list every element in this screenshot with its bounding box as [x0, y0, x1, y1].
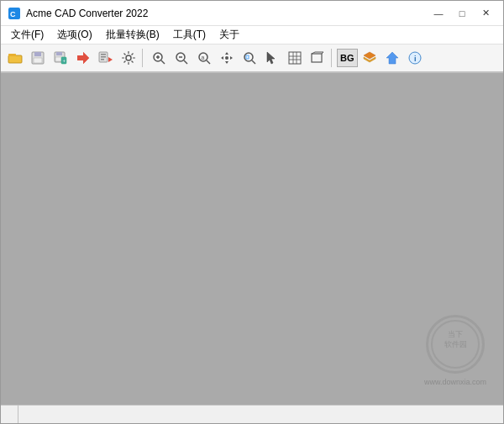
svg-line-29: [207, 60, 210, 64]
watermark: 当下 软件园 www.downxia.com: [424, 315, 486, 388]
title-bar: C Acme CAD Converter 2022 — □ ✕: [1, 1, 503, 26]
svg-rect-6: [34, 52, 41, 56]
menu-options[interactable]: 选项(O): [50, 26, 98, 44]
app-title: Acme CAD Converter 2022: [26, 8, 148, 19]
maximize-button[interactable]: □: [451, 4, 473, 23]
menu-bar: 文件(F) 选项(O) 批量转换(B) 工具(T) 关于: [1, 26, 503, 44]
layer-button[interactable]: [359, 47, 381, 69]
svg-rect-3: [8, 55, 22, 63]
svg-rect-4: [8, 54, 16, 56]
close-button[interactable]: ✕: [475, 4, 496, 23]
svg-rect-34: [246, 55, 249, 59]
watermark-url: www.downxia.com: [424, 377, 486, 388]
zoom-in-button[interactable]: [148, 47, 170, 69]
app-icon: C: [8, 7, 21, 20]
svg-marker-19: [108, 57, 113, 62]
menu-tools[interactable]: 工具(T): [166, 26, 213, 44]
zoom-out-button[interactable]: [171, 47, 192, 69]
pan-button[interactable]: [216, 47, 238, 69]
status-text: [4, 406, 18, 423]
wireframe-button[interactable]: [307, 47, 328, 69]
app-window: C Acme CAD Converter 2022 — □ ✕ 文件(F) 选项…: [0, 0, 504, 424]
title-bar-controls: — □ ✕: [428, 4, 496, 23]
menu-about[interactable]: 关于: [213, 26, 246, 44]
status-bar: [1, 405, 503, 423]
toolbar-sep-1: [142, 49, 145, 67]
zoom-fit-button[interactable]: a: [193, 47, 215, 69]
svg-text:C: C: [10, 10, 16, 18]
svg-rect-17: [101, 56, 106, 58]
svg-text:+: +: [63, 58, 66, 63]
save-as-button[interactable]: +: [50, 47, 71, 69]
svg-text:a: a: [202, 55, 205, 60]
open-file-button[interactable]: [4, 47, 26, 69]
svg-rect-7: [34, 58, 42, 63]
bg-label-button[interactable]: BG: [337, 49, 358, 67]
svg-rect-16: [101, 54, 106, 55]
svg-marker-14: [77, 52, 89, 64]
save-button[interactable]: [27, 47, 49, 69]
convert-button[interactable]: [72, 47, 94, 69]
svg-point-50: [432, 321, 479, 368]
svg-line-33: [252, 60, 255, 64]
svg-text:i: i: [414, 55, 417, 63]
select-button[interactable]: [261, 47, 283, 69]
svg-rect-9: [56, 52, 62, 55]
svg-marker-45: [364, 52, 375, 59]
home-button[interactable]: [381, 47, 403, 69]
toolbar-sep-2: [331, 49, 334, 67]
minimize-button[interactable]: —: [428, 4, 449, 23]
svg-text:当下: 当下: [448, 330, 463, 338]
svg-line-24: [161, 60, 165, 64]
toolbar: + a: [1, 44, 503, 73]
zoom-region-button[interactable]: [239, 47, 260, 69]
main-canvas[interactable]: 当下 软件园 www.downxia.com: [1, 73, 503, 405]
svg-rect-35: [289, 52, 301, 64]
svg-line-27: [184, 60, 187, 64]
menu-file[interactable]: 文件(F): [4, 26, 50, 44]
svg-marker-47: [386, 52, 398, 64]
batch-convert-button[interactable]: [95, 47, 117, 69]
menu-batch[interactable]: 批量转换(B): [99, 26, 166, 44]
svg-point-31: [225, 56, 228, 60]
svg-text:软件园: 软件园: [444, 340, 466, 348]
svg-rect-18: [101, 59, 104, 60]
title-bar-left: C Acme CAD Converter 2022: [8, 7, 148, 20]
settings-button[interactable]: [118, 47, 139, 69]
svg-point-20: [126, 55, 131, 60]
svg-rect-40: [312, 54, 322, 62]
watermark-circle: 当下 软件园: [426, 315, 485, 374]
info-button[interactable]: i: [404, 47, 426, 69]
grid-button[interactable]: [284, 47, 306, 69]
